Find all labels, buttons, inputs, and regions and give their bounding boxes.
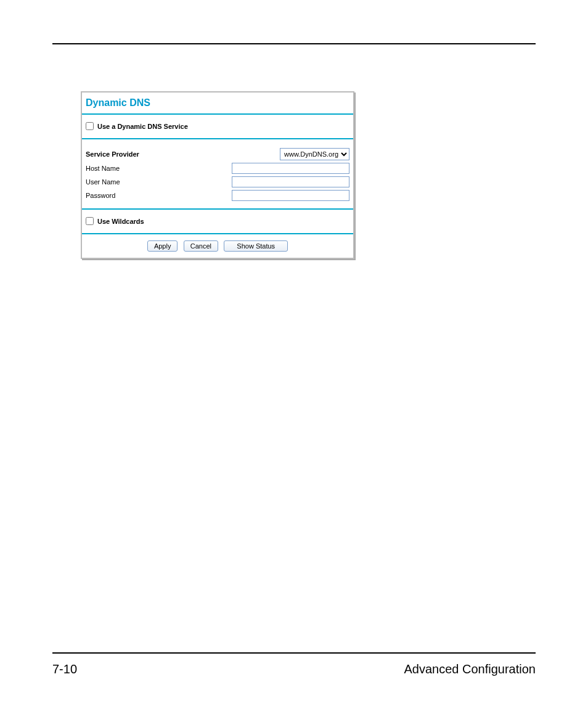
apply-button[interactable]: Apply [147,240,178,252]
user-name-row: User Name [86,175,349,189]
service-provider-label: Service Provider [86,150,205,158]
password-row: Password [86,189,349,202]
top-rule [52,43,536,44]
page: Dynamic DNS Use a Dynamic DNS Service Se… [0,0,588,706]
bottom-rule [52,652,536,654]
page-number: 7-10 [52,662,77,676]
panel-title: Dynamic DNS [82,92,353,115]
use-wildcards-label: Use Wildcards [97,218,144,225]
dynamic-dns-panel: Dynamic DNS Use a Dynamic DNS Service Se… [81,91,354,259]
use-wildcards-checkbox[interactable]: Use Wildcards [86,217,144,225]
host-name-row: Host Name [86,162,349,175]
user-name-label: User Name [86,178,205,186]
use-dynamic-dns-checkbox-input[interactable] [86,122,94,130]
host-name-input[interactable] [232,163,349,174]
service-provider-row: Service Provider www.DynDNS.org [86,147,349,162]
use-wildcards-checkbox-input[interactable] [86,217,94,225]
service-provider-select[interactable]: www.DynDNS.org [280,148,349,160]
footer-section: Advanced Configuration [404,662,536,676]
use-dynamic-dns-label: Use a Dynamic DNS Service [97,123,188,130]
button-row: Apply Cancel Show Status [82,234,353,258]
use-service-section: Use a Dynamic DNS Service [82,115,353,139]
password-label: Password [86,192,205,199]
password-input[interactable] [232,190,349,201]
show-status-button[interactable]: Show Status [224,240,288,252]
fields-section: Service Provider www.DynDNS.org Host Nam… [82,139,353,210]
user-name-input[interactable] [232,176,349,187]
host-name-label: Host Name [86,165,205,172]
wildcards-section: Use Wildcards [82,210,353,234]
use-dynamic-dns-checkbox[interactable]: Use a Dynamic DNS Service [86,122,188,130]
cancel-button[interactable]: Cancel [184,240,218,252]
page-footer: 7-10 Advanced Configuration [52,662,536,676]
